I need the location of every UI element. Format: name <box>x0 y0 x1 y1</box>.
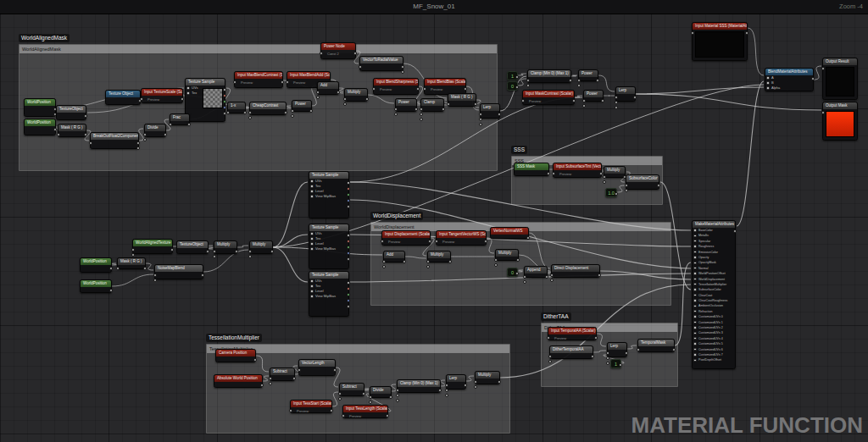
node-power-node[interactable]: Power NodeConst 2 <box>320 42 356 59</box>
input-pin[interactable] <box>821 111 825 114</box>
input-pin[interactable] <box>548 360 552 363</box>
input-pin[interactable] <box>693 262 696 264</box>
output-pin[interactable] <box>615 192 618 196</box>
input-pin[interactable] <box>338 397 342 401</box>
output-pin[interactable] <box>515 86 519 89</box>
input-pin[interactable] <box>766 81 769 84</box>
input-pin[interactable] <box>153 273 157 277</box>
input-pin[interactable] <box>693 348 696 351</box>
input-pin[interactable] <box>445 384 448 387</box>
node-input-material-sss-materialattributes[interactable]: Input Material SSS (MaterialAttributes) <box>692 22 748 61</box>
node-input-blendsharpness-scalar[interactable]: Input BlendSharpness (Scalar)Preview <box>373 78 419 95</box>
input-pin[interactable] <box>693 305 696 307</box>
node-divide[interactable]: Divide <box>370 386 392 398</box>
input-pin[interactable] <box>359 65 362 69</box>
node-multiply[interactable]: Multiply <box>475 371 500 384</box>
input-pin[interactable] <box>289 409 292 412</box>
input-pin[interactable] <box>693 240 696 242</box>
output-pin[interactable] <box>347 205 350 208</box>
node-input-temporalaa-scalar[interactable]: Input TemporalAA (Scalar)Preview <box>548 327 597 340</box>
output-pin[interactable] <box>347 234 350 237</box>
node-add[interactable]: Add <box>317 81 339 95</box>
input-pin[interactable] <box>494 258 498 262</box>
input-pin[interactable] <box>693 332 696 334</box>
input-pin[interactable] <box>435 240 438 243</box>
output-pin[interactable] <box>347 305 350 308</box>
input-pin[interactable] <box>269 382 272 385</box>
node-multiply[interactable]: Multiply <box>214 240 237 254</box>
output-pin[interactable] <box>206 250 209 253</box>
input-pin[interactable] <box>637 348 640 351</box>
input-pin[interactable] <box>310 185 313 187</box>
input-pin[interactable] <box>548 355 552 358</box>
input-pin[interactable] <box>582 104 586 108</box>
output-pin[interactable] <box>347 246 350 249</box>
output-pin[interactable] <box>347 299 350 302</box>
input-pin[interactable] <box>606 356 609 360</box>
input-pin[interactable] <box>338 392 342 395</box>
input-pin[interactable] <box>57 133 60 136</box>
node-input-texturescale-scalar[interactable]: Input TextureScale (Scalar)Preview <box>141 88 183 103</box>
node-textureobject[interactable]: TextureObject <box>176 240 209 254</box>
output-pin[interactable] <box>733 229 737 233</box>
comment-label[interactable]: SSS <box>511 146 527 154</box>
node-lerp[interactable]: Lerp <box>480 103 500 119</box>
output-pin[interactable] <box>633 96 637 99</box>
input-pin[interactable] <box>369 401 372 404</box>
input-pin[interactable] <box>691 31 694 35</box>
node-multiply[interactable]: Multiply <box>344 88 368 102</box>
input-pin[interactable] <box>693 342 696 345</box>
input-pin[interactable] <box>382 265 386 268</box>
input-pin[interactable] <box>153 279 157 282</box>
input-pin[interactable] <box>89 141 92 145</box>
output-pin[interactable] <box>515 75 519 79</box>
input-pin[interactable] <box>310 242 313 245</box>
node-clamp-min-0-max-1[interactable]: Clamp (Min 0) (Max 1) <box>397 379 441 393</box>
input-pin[interactable] <box>291 114 294 118</box>
input-pin[interactable] <box>396 389 399 392</box>
input-pin[interactable] <box>693 256 696 258</box>
output-pin[interactable] <box>515 272 519 275</box>
comment-label[interactable]: TessellationMultiplier <box>206 334 262 342</box>
input-pin[interactable] <box>523 280 526 284</box>
node-mask-r-g[interactable]: Mask ( R G ) <box>58 124 86 137</box>
input-pin[interactable] <box>821 67 825 70</box>
input-pin[interactable] <box>625 184 628 187</box>
input-pin[interactable] <box>521 99 525 102</box>
output-pin[interactable] <box>347 293 350 296</box>
output-pin[interactable] <box>572 99 576 102</box>
node-breakoutfloat2components[interactable]: BreakOutFloat2Components <box>90 132 139 149</box>
node-multiply[interactable]: Multiply <box>495 249 519 261</box>
input-pin[interactable] <box>526 79 530 82</box>
input-pin[interactable] <box>310 285 313 287</box>
input-pin[interactable] <box>381 240 384 243</box>
node-1-0[interactable]: 1.0 <box>605 188 617 197</box>
node-subtract[interactable]: Subtract <box>270 367 295 381</box>
node-subsurfacecolor[interactable]: SubsurfaceColor <box>626 174 659 190</box>
input-pin[interactable] <box>526 84 530 87</box>
input-pin[interactable] <box>343 97 347 101</box>
node-worldposition[interactable]: WorldPosition <box>80 279 112 293</box>
input-pin[interactable] <box>445 394 448 397</box>
input-pin[interactable] <box>693 326 696 329</box>
input-pin[interactable] <box>310 180 313 182</box>
node-1[interactable]: 1 <box>610 359 621 368</box>
input-pin[interactable] <box>603 175 606 179</box>
input-pin[interactable] <box>615 106 618 109</box>
output-pin[interactable] <box>498 113 501 116</box>
node-add[interactable]: Add <box>383 251 405 262</box>
output-pin[interactable] <box>601 99 604 102</box>
input-pin[interactable] <box>479 113 482 116</box>
input-pin[interactable] <box>310 247 313 250</box>
node-input-displacement-scalar[interactable]: Input Displacement (Scalar)Preview <box>381 230 431 246</box>
input-pin[interactable] <box>547 336 550 340</box>
input-pin[interactable] <box>226 111 230 114</box>
input-pin[interactable] <box>693 229 696 231</box>
input-pin[interactable] <box>479 123 482 126</box>
input-pin[interactable] <box>426 265 430 268</box>
input-pin[interactable] <box>445 389 448 392</box>
input-pin[interactable] <box>186 91 189 94</box>
input-pin[interactable] <box>320 52 323 55</box>
input-pin[interactable] <box>316 96 320 99</box>
input-pin[interactable] <box>693 299 696 301</box>
